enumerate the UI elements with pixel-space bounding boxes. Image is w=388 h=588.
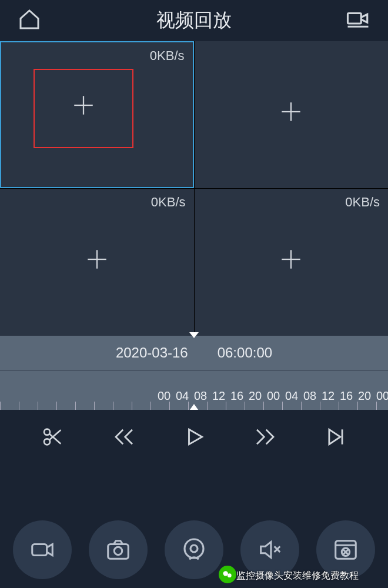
svg-marker-14	[189, 429, 202, 444]
bitrate-label: 0KB/s	[151, 195, 186, 210]
svg-point-19	[114, 547, 122, 554]
snapshot-button[interactable]	[89, 520, 148, 579]
play-button[interactable]	[183, 426, 206, 450]
video-cell-3[interactable]: 0KB/s	[0, 189, 194, 336]
svg-point-10	[44, 429, 50, 435]
add-icon[interactable]	[279, 247, 303, 278]
timeline-date: 2020-03-16	[116, 345, 188, 361]
home-icon[interactable]	[18, 8, 41, 34]
skip-end-button[interactable]	[325, 426, 347, 450]
rewind-button[interactable]	[112, 425, 136, 452]
wechat-icon	[219, 566, 236, 583]
timeline-header[interactable]: 2020-03-16 06:00:00	[0, 336, 388, 370]
svg-point-29	[223, 571, 228, 576]
add-icon	[71, 93, 96, 124]
fast-forward-button[interactable]	[253, 425, 277, 452]
cut-button[interactable]	[41, 425, 65, 451]
video-grid: 0KB/s 0KB/s 0KB/s	[0, 41, 388, 336]
focus-rectangle	[34, 69, 133, 148]
svg-point-11	[44, 439, 50, 445]
bitrate-label: 0KB/s	[345, 195, 380, 210]
record-button[interactable]	[13, 520, 72, 579]
timeline-time: 06:00:00	[218, 345, 272, 361]
svg-marker-15	[329, 429, 340, 444]
timeline-ruler[interactable]: 0004081216200004081216200004	[0, 370, 388, 410]
playhead-icon	[188, 404, 200, 410]
video-cell-2[interactable]	[195, 41, 389, 188]
video-cell-4[interactable]: 0KB/s	[195, 189, 389, 336]
add-icon[interactable]	[279, 99, 303, 131]
svg-point-30	[228, 573, 232, 577]
svg-point-21	[190, 545, 198, 552]
page-title: 视频回放	[156, 8, 232, 34]
camera-mode-icon[interactable]	[346, 7, 370, 34]
svg-rect-17	[32, 544, 47, 555]
view-button[interactable]	[165, 520, 223, 579]
bitrate-label: 0KB/s	[150, 48, 185, 64]
video-cell-1[interactable]: 0KB/s	[0, 41, 194, 188]
caption-text: 监控摄像头安装维修免费教程	[236, 570, 359, 582]
playback-controls	[0, 410, 388, 466]
svg-rect-0	[348, 14, 362, 24]
add-icon[interactable]	[85, 247, 109, 278]
svg-point-20	[185, 539, 203, 558]
